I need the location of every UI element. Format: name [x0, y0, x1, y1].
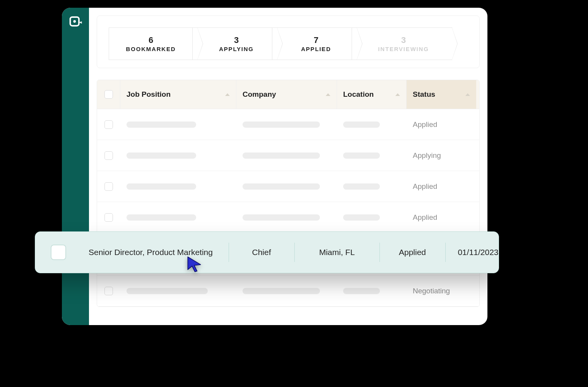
skeleton-placeholder [243, 183, 320, 190]
sidebar [62, 8, 89, 325]
skeleton-placeholder [126, 214, 196, 221]
skeleton-placeholder [243, 152, 320, 159]
skeleton-placeholder [343, 152, 380, 159]
column-label: Job Position [126, 90, 171, 99]
sort-asc-icon [395, 93, 400, 96]
location-text: Miami, FL [319, 248, 355, 257]
highlight-title-cell: Senior Director, Product Marketing [82, 240, 229, 265]
row-checkbox[interactable] [104, 213, 113, 222]
stage-interviewing[interactable]: 3 INTERVIEWING [352, 27, 452, 60]
main-content: 6 BOOKMARKED 3 APPLYING 7 APPLIED 3 INTE… [89, 8, 487, 325]
app-logo-icon [68, 15, 82, 29]
stage-label: APPLYING [219, 46, 254, 52]
sort-asc-icon [225, 93, 230, 96]
highlight-location-cell: Miami, FL [294, 240, 379, 265]
sort-asc-icon [465, 93, 470, 96]
table-row[interactable]: Applied [97, 171, 479, 202]
status-cell: Applied [407, 112, 476, 137]
pipeline: 6 BOOKMARKED 3 APPLYING 7 APPLIED 3 INTE… [109, 27, 468, 60]
column-label: Company [243, 90, 276, 99]
date-text: 01/11/2023 [458, 248, 498, 257]
column-header-location[interactable]: Location [337, 80, 407, 109]
row-checkbox[interactable] [104, 287, 113, 295]
table-header: Job Position Company Location Status [97, 80, 479, 109]
table-row[interactable]: Negotiating [97, 276, 479, 307]
column-label: Status [413, 90, 435, 99]
skeleton-placeholder [243, 214, 320, 221]
company-name: Chief [252, 248, 271, 257]
skeleton-placeholder [343, 288, 380, 294]
highlight-status-cell: Applied [379, 240, 445, 265]
status-cell: Applied [407, 205, 476, 230]
row-checkbox[interactable] [104, 182, 113, 191]
highlight-checkbox-cell[interactable] [35, 240, 82, 265]
skeleton-placeholder [126, 183, 196, 190]
row-checkbox[interactable] [104, 120, 113, 129]
table-row[interactable]: Applied [97, 202, 479, 233]
sort-asc-icon [326, 93, 330, 96]
status-cell: Applying [407, 143, 476, 168]
skeleton-placeholder [343, 183, 380, 190]
stage-count: 3 [234, 35, 239, 45]
stage-bookmarked[interactable]: 6 BOOKMARKED [109, 27, 198, 60]
status-cell: Negotiating [407, 278, 476, 304]
column-label: Location [343, 90, 374, 99]
stage-label: APPLIED [301, 46, 331, 52]
stage-count: 6 [149, 35, 153, 45]
stage-count: 7 [314, 35, 318, 45]
svg-point-1 [73, 20, 76, 23]
cursor-pointer-icon [186, 255, 203, 272]
checkbox-icon[interactable] [104, 90, 113, 99]
pipeline-container: 6 BOOKMARKED 3 APPLYING 7 APPLIED 3 INTE… [97, 15, 480, 68]
highlighted-job-row[interactable]: Senior Director, Product Marketing Chief… [35, 231, 499, 273]
stage-count: 3 [401, 35, 406, 45]
skeleton-placeholder [126, 122, 196, 128]
skeleton-placeholder [243, 288, 320, 294]
stage-label: BOOKMARKED [126, 46, 176, 52]
column-header-status[interactable]: Status [407, 80, 476, 109]
app-window: 6 BOOKMARKED 3 APPLYING 7 APPLIED 3 INTE… [62, 8, 487, 325]
column-header-company[interactable]: Company [236, 80, 337, 109]
skeleton-placeholder [343, 122, 380, 128]
checkbox-icon[interactable] [51, 245, 66, 260]
skeleton-placeholder [126, 288, 208, 294]
skeleton-placeholder [343, 214, 380, 221]
row-checkbox[interactable] [104, 151, 113, 160]
table-row[interactable]: Applied [97, 109, 479, 140]
highlight-company-cell: Chief [229, 240, 294, 265]
status-text: Applied [399, 248, 426, 257]
status-cell: Applied [407, 174, 476, 199]
highlight-date-cell: 01/11/2023 [445, 240, 511, 265]
skeleton-placeholder [243, 122, 320, 128]
stage-applying[interactable]: 3 APPLYING [192, 27, 277, 60]
skeleton-placeholder [126, 152, 196, 159]
stage-label: INTERVIEWING [378, 46, 429, 52]
table-row[interactable]: Applying [97, 140, 479, 171]
column-header-job-position[interactable]: Job Position [120, 80, 236, 109]
select-all-cell[interactable] [97, 80, 120, 109]
stage-applied[interactable]: 7 APPLIED [272, 27, 357, 60]
